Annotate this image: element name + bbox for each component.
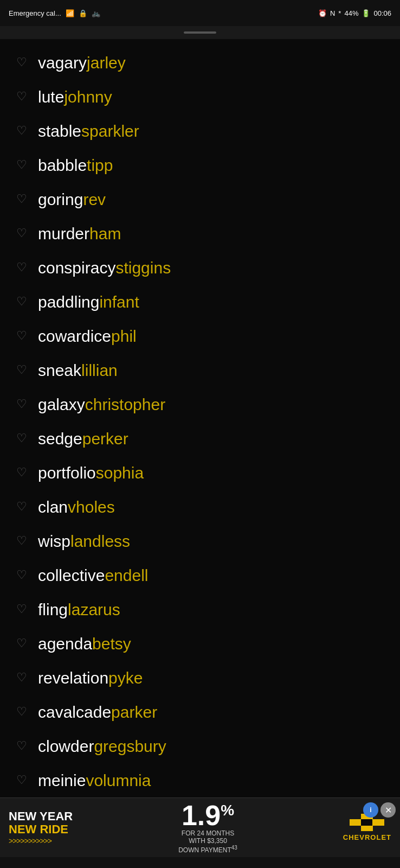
heart-icon: ♡ <box>16 89 27 105</box>
signal-icon: 📶 <box>66 9 74 17</box>
heart-icon: ♡ <box>16 636 27 652</box>
list-item[interactable]: ♡collectiveendell <box>0 558 400 592</box>
chevrolet-label: CHEVROLET <box>343 833 391 841</box>
username-suffix: perker <box>82 430 128 448</box>
username-suffix: rev <box>83 190 106 208</box>
username-prefix: stable <box>38 122 81 140</box>
list-item[interactable]: ♡agendabetsy <box>0 627 400 661</box>
username: conspiracystiggins <box>38 257 171 278</box>
list-item[interactable]: ♡stablesparkler <box>0 114 400 148</box>
nav-home-button[interactable]: ○ <box>234 863 266 868</box>
heart-icon: ♡ <box>16 397 27 412</box>
heart-icon: ♡ <box>16 328 27 344</box>
heart-icon: ♡ <box>16 465 27 481</box>
username-suffix: lillian <box>81 361 118 379</box>
list-item[interactable]: ♡sedgeperker <box>0 422 400 456</box>
drag-handle[interactable] <box>0 26 400 39</box>
heart-icon: ♡ <box>16 704 27 720</box>
username-prefix: wisp <box>38 532 70 550</box>
username: flinglazarus <box>38 599 120 620</box>
list-item[interactable]: ♡conspiracystiggins <box>0 251 400 285</box>
username: agendabetsy <box>38 633 131 654</box>
status-left: Emergency cal... 📶 🔒 🚲 <box>9 9 100 17</box>
username-prefix: sneak <box>38 361 81 379</box>
list-item[interactable]: ♡revelationpyke <box>0 661 400 695</box>
list-item[interactable]: ♡cavalcadeparker <box>0 695 400 729</box>
ad-left: NEW YEAR NEW RIDE >>>>>>>>>>> <box>9 810 73 845</box>
username: meinievolumnia <box>38 770 151 791</box>
list-item[interactable]: ♡wisplandless <box>0 524 400 558</box>
ad-new-ride: NEW RIDE <box>9 824 68 835</box>
username-suffix: sophia <box>96 464 144 482</box>
list-item[interactable]: ♡portfoliosophia <box>0 456 400 490</box>
ad-new-year: NEW YEAR <box>9 810 73 822</box>
username-suffix: phil <box>111 327 137 345</box>
heart-icon: ♡ <box>16 533 27 549</box>
time-label: 00:06 <box>373 9 391 17</box>
svg-rect-3 <box>372 819 384 826</box>
heart-icon: ♡ <box>16 192 27 207</box>
username-prefix: lute <box>38 88 64 106</box>
ad-close-button[interactable]: ✕ <box>380 802 396 818</box>
battery-icon: 🔋 <box>362 9 370 17</box>
username-suffix: betsy <box>92 635 131 653</box>
ad-banner[interactable]: NEW YEAR NEW RIDE >>>>>>>>>>> 1.9% FOR 2… <box>0 797 400 857</box>
svg-rect-0 <box>350 819 362 826</box>
username-prefix: galaxy <box>38 395 85 413</box>
list-item[interactable]: ♡sneaklillian <box>0 353 400 387</box>
username-suffix: pyke <box>108 669 143 687</box>
heart-icon: ♡ <box>16 260 27 276</box>
username: vagaryjarley <box>38 52 126 73</box>
nav-back-button[interactable]: ◁ <box>134 863 166 868</box>
nav-down-button[interactable]: ∨ <box>34 863 66 868</box>
main-content: ♡vagaryjarley♡lutejohnny♡stablesparkler♡… <box>0 39 400 797</box>
username-prefix: murder <box>38 225 89 242</box>
username-suffix: infant <box>99 293 139 311</box>
username-prefix: conspiracy <box>38 259 115 277</box>
username-prefix: meinie <box>38 771 86 789</box>
username-suffix: christopher <box>85 395 165 413</box>
username: sneaklillian <box>38 360 118 381</box>
ad-chevrolet: CHEVROLET <box>343 814 391 841</box>
list-item[interactable]: ♡clanvholes <box>0 490 400 524</box>
list-item[interactable]: ♡babbletipp <box>0 148 400 182</box>
username-suffix: tipp <box>87 156 113 174</box>
username-suffix: sparkler <box>81 122 139 140</box>
list-item[interactable]: ♡murderham <box>0 216 400 251</box>
username: cavalcadeparker <box>38 701 157 723</box>
ad-rate: 1.9% <box>182 801 234 829</box>
heart-icon: ♡ <box>16 602 27 617</box>
username-prefix: paddling <box>38 293 99 311</box>
heart-icon: ♡ <box>16 362 27 378</box>
heart-icon: ♡ <box>16 738 27 754</box>
username: collectiveendell <box>38 565 148 586</box>
extra-icon: 🚲 <box>92 9 100 17</box>
status-right: ⏰ N * 44% 🔋 00:06 <box>318 9 391 17</box>
username: lutejohnny <box>38 86 112 107</box>
list-item[interactable]: ♡lutejohnny <box>0 80 400 114</box>
list-item[interactable]: ♡flinglazarus <box>0 592 400 627</box>
drag-handle-bar <box>184 31 216 34</box>
battery-label: 44% <box>344 9 358 17</box>
list-item[interactable]: ♡cowardicephil <box>0 319 400 353</box>
nav-bar: ∨ ◁ ○ □ <box>0 857 400 868</box>
username-suffix: vholes <box>68 498 115 516</box>
list-item[interactable]: ♡vagaryjarley <box>0 46 400 80</box>
list-item[interactable]: ♡galaxychristopher <box>0 387 400 422</box>
username: sedgeperker <box>38 428 128 449</box>
list-item[interactable]: ♡goringrev <box>0 182 400 216</box>
username: portfoliosophia <box>38 462 144 483</box>
username-prefix: babble <box>38 156 87 174</box>
nav-recent-button[interactable]: □ <box>334 863 366 868</box>
username-prefix: revelation <box>38 669 108 687</box>
heart-icon: ♡ <box>16 499 27 515</box>
list-item[interactable]: ♡meinievolumnia <box>0 763 400 797</box>
sim-icon: 🔒 <box>79 9 87 17</box>
status-bar: Emergency cal... 📶 🔒 🚲 ⏰ N * 44% 🔋 00:06 <box>0 0 400 26</box>
heart-icon: ♡ <box>16 294 27 310</box>
list-item[interactable]: ♡clowdergregsbury <box>0 729 400 763</box>
list-item[interactable]: ♡paddlinginfant <box>0 285 400 319</box>
username-suffix: stiggins <box>115 259 171 277</box>
username-prefix: fling <box>38 601 68 618</box>
username-suffix: johnny <box>64 88 112 106</box>
